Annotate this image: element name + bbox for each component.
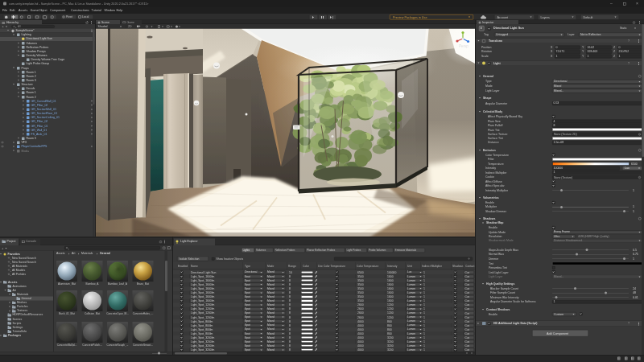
svg-text:Persp: Persp: [459, 44, 469, 48]
